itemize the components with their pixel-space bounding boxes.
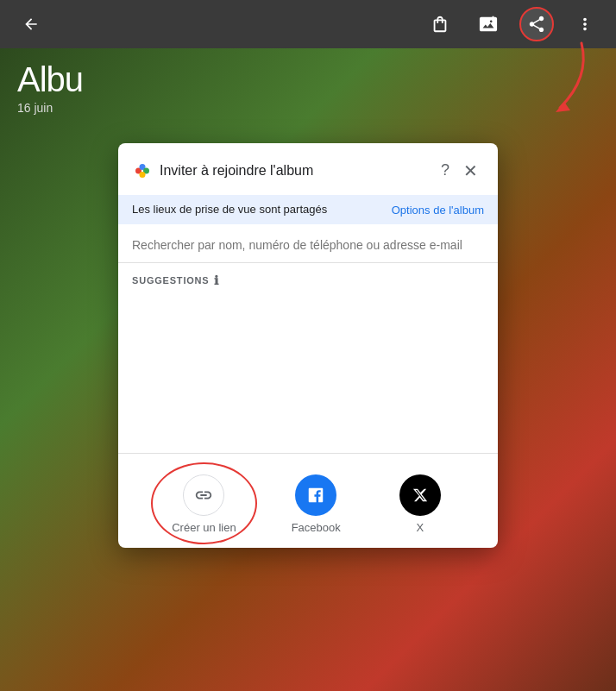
x-label: X bbox=[416, 521, 424, 534]
suggestions-area: SUGGESTIONS ℹ bbox=[118, 263, 498, 453]
banner-text: Les lieux de prise de vue sont partagés bbox=[132, 202, 378, 217]
google-photos-icon bbox=[132, 160, 153, 181]
svg-marker-0 bbox=[556, 102, 570, 112]
facebook-action[interactable]: Facebook bbox=[264, 468, 368, 541]
search-input[interactable] bbox=[132, 235, 484, 255]
link-icon bbox=[183, 474, 224, 516]
suggestions-content bbox=[132, 287, 484, 443]
svg-point-4 bbox=[140, 172, 146, 178]
annotation-arrow bbox=[512, 35, 599, 121]
suggestions-label: SUGGESTIONS ℹ bbox=[132, 273, 484, 287]
modal-header: Inviter à rejoindre l'album ? ✕ bbox=[118, 143, 498, 195]
modal-footer: Créer un lien Facebook X bbox=[118, 453, 498, 548]
create-link-action[interactable]: Créer un lien bbox=[144, 468, 263, 541]
facebook-label: Facebook bbox=[292, 521, 341, 534]
album-options-link[interactable]: Options de l'album bbox=[392, 204, 484, 217]
help-icon[interactable]: ? bbox=[441, 161, 449, 179]
info-banner: Les lieux de prise de vue sont partagés … bbox=[118, 195, 498, 224]
search-area bbox=[118, 224, 498, 263]
close-button[interactable]: ✕ bbox=[456, 157, 484, 185]
x-icon bbox=[399, 474, 441, 516]
facebook-icon bbox=[295, 474, 336, 516]
invite-modal: Inviter à rejoindre l'album ? ✕ Les lieu… bbox=[118, 143, 498, 548]
modal-title: Inviter à rejoindre l'album bbox=[160, 163, 431, 179]
x-action[interactable]: X bbox=[368, 468, 472, 541]
suggestions-help-icon[interactable]: ℹ bbox=[214, 273, 219, 287]
create-link-label: Créer un lien bbox=[172, 521, 236, 534]
